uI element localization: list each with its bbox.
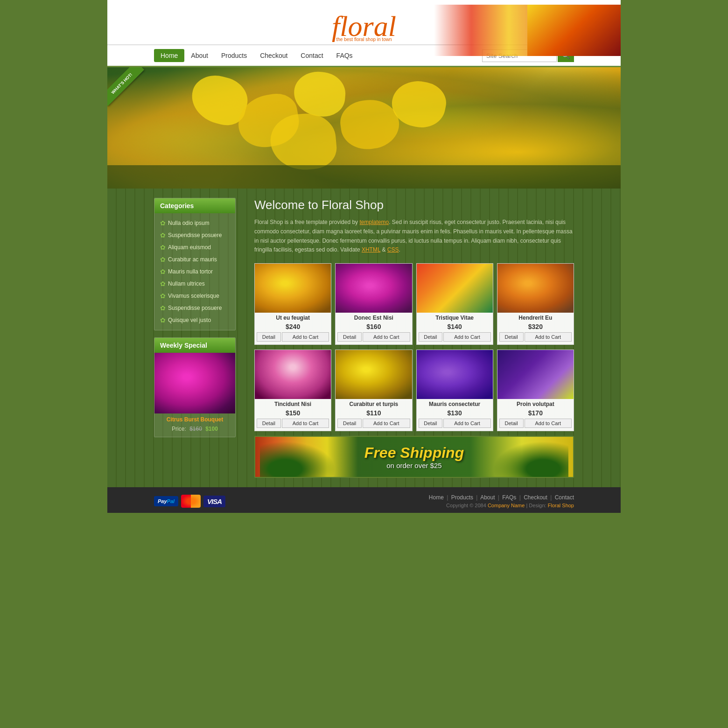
bullet-icon: ✿ xyxy=(160,280,166,287)
add-to-cart-button-1[interactable]: Add to Cart xyxy=(363,332,410,342)
category-item-8[interactable]: ✿Quisque vel justo xyxy=(154,314,235,326)
old-price: $160 xyxy=(189,426,202,432)
add-to-cart-button-2[interactable]: Add to Cart xyxy=(443,332,491,342)
product-card-2: Tristique Vitae $140 Detail Add to Cart xyxy=(416,263,493,345)
sidebar: Categories ✿Nulla odio ipsum ✿Suspendiss… xyxy=(154,198,236,478)
copyright-text: Copyright © 2084 xyxy=(446,503,486,508)
add-to-cart-button-5[interactable]: Add to Cart xyxy=(363,419,410,428)
separator-1: | xyxy=(447,494,448,501)
main-content: Welcome to Floral Shop Floral Shop is a … xyxy=(245,198,574,478)
hero-banner xyxy=(107,67,621,189)
detail-button-5[interactable]: Detail xyxy=(337,419,362,428)
category-item-6[interactable]: ✿Vivamus scelerisque xyxy=(154,290,235,302)
templatemo-link[interactable]: templatemo xyxy=(359,219,389,225)
add-to-cart-button-7[interactable]: Add to Cart xyxy=(525,419,572,428)
mastercard-icon xyxy=(181,495,201,508)
bullet-icon: ✿ xyxy=(160,256,166,263)
product-image-1 xyxy=(336,264,412,313)
category-item-1[interactable]: ✿Suspendisse posuere xyxy=(154,229,235,241)
bullet-icon: ✿ xyxy=(160,231,166,239)
footer-faqs-link[interactable]: FAQs xyxy=(502,494,516,501)
new-price: $100 xyxy=(205,426,218,432)
footer-links: Home | Products | About | FAQs | Checkou… xyxy=(429,494,574,501)
detail-button-2[interactable]: Detail xyxy=(419,332,443,342)
product-name-2: Tristique Vitae xyxy=(417,313,493,322)
welcome-title: Welcome to Floral Shop xyxy=(254,198,574,212)
payment-icons: PayPal VISA xyxy=(154,495,225,508)
footer-products-link[interactable]: Products xyxy=(451,494,473,501)
shipping-banner: Free Shipping on order over $25 xyxy=(254,436,574,478)
categories-title: Categories xyxy=(154,198,235,213)
product-price-7: $170 xyxy=(497,408,574,419)
product-image-0 xyxy=(255,264,331,313)
product-image-3 xyxy=(497,264,574,313)
footer-home-link[interactable]: Home xyxy=(429,494,444,501)
nav-home[interactable]: Home xyxy=(154,49,184,62)
product-image-5 xyxy=(336,350,412,399)
separator-5: | xyxy=(550,494,552,501)
xhtml-link[interactable]: XHTML xyxy=(362,246,380,253)
product-name-0: Ut eu feugiat xyxy=(255,313,331,322)
detail-button-1[interactable]: Detail xyxy=(337,332,362,342)
nav-checkout[interactable]: Checkout xyxy=(253,49,294,62)
category-item-0[interactable]: ✿Nulla odio ipsum xyxy=(154,217,235,229)
category-item-4[interactable]: ✿Mauris nulla tortor xyxy=(154,266,235,278)
design-label: | Design: xyxy=(526,503,546,508)
add-to-cart-button-0[interactable]: Add to Cart xyxy=(282,332,329,342)
nav-faqs[interactable]: FAQs xyxy=(330,49,359,62)
detail-button-3[interactable]: Detail xyxy=(499,332,524,342)
paypal-icon: PayPal xyxy=(154,496,178,506)
nav-about[interactable]: About xyxy=(184,49,215,62)
product-name-7: Proin volutpat xyxy=(497,399,574,408)
shipping-main-text: Free Shipping xyxy=(364,444,464,462)
product-image-7 xyxy=(497,350,574,399)
product-price-6: $130 xyxy=(417,408,493,419)
product-price-2: $140 xyxy=(417,322,493,332)
product-price-1: $160 xyxy=(336,322,412,332)
product-card-4: Tincidunt Nisi $150 Detail Add to Cart xyxy=(254,350,331,431)
category-item-2[interactable]: ✿Aliquam euismod xyxy=(154,241,235,253)
design-link[interactable]: Floral Shop xyxy=(548,503,574,508)
weekly-special-box: Weekly Special Citrus Burst Bouquet Pric… xyxy=(154,337,236,437)
css-link[interactable]: CSS xyxy=(387,246,399,253)
add-to-cart-button-4[interactable]: Add to Cart xyxy=(282,419,329,428)
add-to-cart-button-6[interactable]: Add to Cart xyxy=(443,419,491,428)
bullet-icon: ✿ xyxy=(160,304,166,312)
logo-tagline: the best floral shop in town xyxy=(332,37,396,42)
product-card-1: Donec Est Nisi $160 Detail Add to Cart xyxy=(335,263,412,345)
footer: PayPal VISA Home | Products | About | FA… xyxy=(107,487,621,513)
category-item-3[interactable]: ✿Curabitur ac mauris xyxy=(154,253,235,266)
separator-2: | xyxy=(476,494,477,501)
product-price-0: $240 xyxy=(255,322,331,332)
footer-about-link[interactable]: About xyxy=(480,494,495,501)
product-name-6: Mauris consectetur xyxy=(417,399,493,408)
price-label: Price: xyxy=(172,426,186,432)
nav-contact[interactable]: Contact xyxy=(294,49,329,62)
product-card-5: Curabitur et turpis $110 Detail Add to C… xyxy=(335,350,412,431)
whats-hot-ribbon: WHAT'S HOT! xyxy=(107,67,144,106)
product-price-3: $320 xyxy=(497,322,574,332)
detail-button-6[interactable]: Detail xyxy=(419,419,443,428)
product-name-3: Hendrerit Eu xyxy=(497,313,574,322)
categories-box: Categories ✿Nulla odio ipsum ✿Suspendiss… xyxy=(154,198,236,330)
product-image-6 xyxy=(417,350,493,399)
product-card-6: Mauris consectetur $130 Detail Add to Ca… xyxy=(416,350,493,431)
footer-checkout-link[interactable]: Checkout xyxy=(524,494,547,501)
detail-button-7[interactable]: Detail xyxy=(499,419,524,428)
product-image-4 xyxy=(255,350,331,399)
detail-button-0[interactable]: Detail xyxy=(257,332,281,342)
detail-button-4[interactable]: Detail xyxy=(257,419,281,428)
weekly-special-name: Citrus Burst Bouquet xyxy=(154,413,235,424)
category-item-5[interactable]: ✿Nullam ultrices xyxy=(154,278,235,290)
footer-contact-link[interactable]: Contact xyxy=(555,494,574,501)
nav-products[interactable]: Products xyxy=(215,49,253,62)
separator-3: | xyxy=(498,494,499,501)
product-card-7: Proin volutpat $170 Detail Add to Cart xyxy=(497,350,574,431)
category-item-7[interactable]: ✿Suspendisse posuere xyxy=(154,302,235,314)
bullet-icon: ✿ xyxy=(160,292,166,300)
footer-right: Home | Products | About | FAQs | Checkou… xyxy=(429,494,574,508)
add-to-cart-button-3[interactable]: Add to Cart xyxy=(525,332,572,342)
product-image-2 xyxy=(417,264,493,313)
company-link[interactable]: Company Name xyxy=(488,503,525,508)
bullet-icon: ✿ xyxy=(160,316,166,324)
